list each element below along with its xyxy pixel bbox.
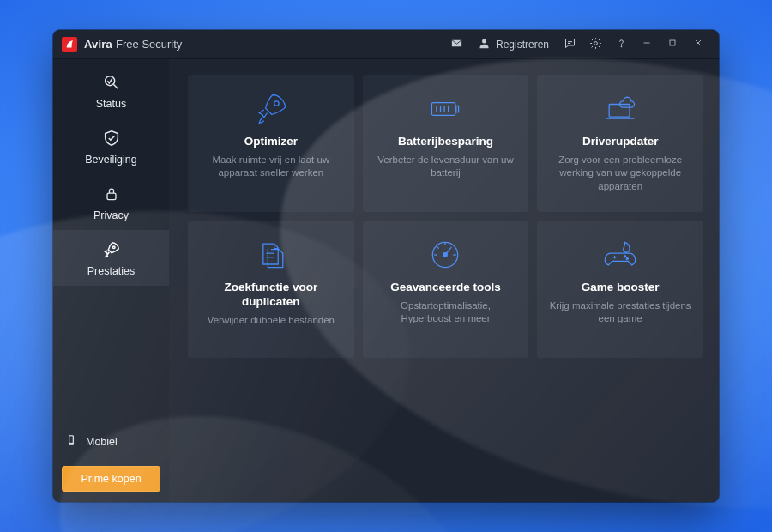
card-desc: Verwijder dubbele bestanden (208, 314, 335, 328)
card-desc: Zorg voor een probleemloze werking van u… (549, 154, 691, 194)
close-icon (693, 38, 703, 51)
card-optimizer[interactable]: Optimizer Maak ruimte vrij en laat uw ap… (188, 75, 354, 212)
svg-point-9 (70, 444, 71, 444)
card-title: Geavanceerde tools (390, 281, 500, 295)
card-desc: Verbeter de levensduur van uw batterij (375, 154, 517, 180)
card-title: Batterijbesparing (398, 135, 493, 149)
card-title: Game booster (582, 281, 660, 295)
avira-logo-icon (62, 37, 77, 52)
minimize-button[interactable] (635, 33, 659, 57)
rocket-icon (102, 240, 121, 259)
user-icon (478, 37, 491, 52)
card-desc: Opstartoptimalisatie, Hyperboost en meer (375, 299, 517, 326)
svg-point-10 (274, 101, 279, 106)
svg-point-6 (112, 246, 115, 249)
help-icon (615, 37, 628, 52)
sidebar-mobile-label: Mobiel (86, 436, 118, 448)
svg-point-2 (621, 45, 622, 46)
svg-point-1 (594, 41, 597, 45)
sidebar-mobile-link[interactable]: Mobiel (53, 424, 169, 459)
svg-point-28 (624, 256, 626, 257)
sidebar-item-privacy[interactable]: Privacy (53, 174, 169, 230)
main-content: Optimizer Maak ruimte vrij en laat uw ap… (169, 59, 719, 502)
card-title: Optimizer (244, 135, 298, 149)
sidebar-item-performance[interactable]: Prestaties (53, 230, 169, 286)
gear-icon (589, 37, 602, 52)
sidebar: Status Beveiliging Privacy Prestaties (53, 59, 169, 502)
brand-name: Avira (84, 38, 112, 51)
svg-line-25 (437, 246, 439, 249)
svg-rect-8 (69, 436, 73, 443)
maximize-button[interactable] (660, 33, 685, 57)
buy-prime-label: Prime kopen (81, 473, 141, 485)
shield-icon (102, 129, 121, 148)
svg-point-0 (482, 39, 486, 43)
card-title: Zoekfunctie voor duplicaten (200, 281, 342, 310)
feedback-icon (564, 37, 576, 52)
feedback-button[interactable] (558, 33, 582, 57)
lock-icon (102, 184, 121, 203)
sidebar-item-label: Prestaties (87, 265, 136, 277)
gauge-icon (426, 236, 464, 274)
card-game-booster[interactable]: Game booster Krijg maximale prestaties t… (537, 221, 703, 358)
rocket-icon (252, 90, 290, 128)
battery-icon (426, 90, 464, 128)
sidebar-item-label: Status (96, 98, 126, 110)
register-label: Registreren (496, 39, 549, 51)
card-duplicate-finder[interactable]: Zoekfunctie voor duplicaten Verwijder du… (188, 221, 354, 358)
help-button[interactable] (609, 33, 633, 57)
duplicate-files-icon (252, 236, 290, 274)
svg-rect-11 (432, 103, 456, 116)
titlebar: Avira Free Security Registreren (53, 30, 719, 59)
gamepad-boost-icon (601, 236, 639, 274)
mail-button[interactable] (445, 33, 469, 57)
svg-rect-12 (456, 106, 459, 112)
card-desc: Maak ruimte vrij en laat uw apparaat sne… (200, 154, 342, 180)
svg-point-29 (626, 257, 628, 259)
card-title: Driverupdater (582, 135, 659, 149)
status-icon (102, 73, 121, 92)
card-advanced-tools[interactable]: Geavanceerde tools Opstartoptimalisatie,… (363, 221, 529, 358)
settings-button[interactable] (583, 33, 607, 57)
close-button[interactable] (686, 33, 710, 57)
card-desc: Krijg maximale prestaties tijdens een ga… (549, 299, 691, 326)
maximize-icon (667, 38, 678, 51)
laptop-cloud-icon (601, 90, 639, 128)
brand-product: Free Security (116, 38, 182, 51)
svg-rect-5 (107, 193, 116, 200)
sidebar-item-security[interactable]: Beveiliging (53, 118, 169, 174)
svg-rect-17 (609, 105, 630, 118)
phone-icon (65, 432, 77, 450)
sidebar-item-status[interactable]: Status (53, 63, 169, 118)
mail-icon (450, 37, 463, 52)
card-battery[interactable]: Batterijbesparing Verbeter de levensduur… (363, 75, 529, 212)
svg-point-4 (105, 76, 114, 86)
register-button[interactable]: Registreren (471, 33, 556, 57)
app-window: Avira Free Security Registreren (53, 30, 719, 502)
feature-grid: Optimizer Maak ruimte vrij en laat uw ap… (188, 75, 703, 358)
sidebar-item-label: Beveiliging (85, 154, 136, 166)
sidebar-item-label: Privacy (93, 209, 129, 221)
buy-prime-button[interactable]: Prime kopen (62, 466, 160, 492)
minimize-icon (642, 38, 652, 51)
svg-rect-3 (670, 40, 675, 45)
card-driver-updater[interactable]: Driverupdater Zorg voor een probleemloze… (537, 75, 703, 212)
